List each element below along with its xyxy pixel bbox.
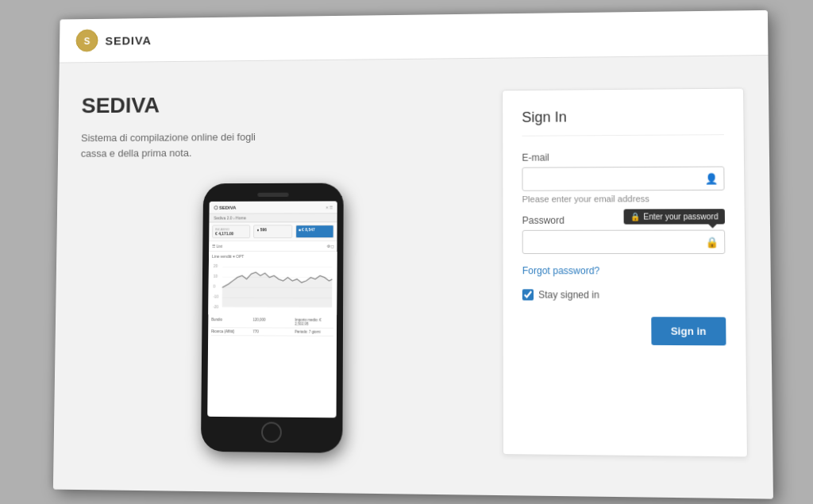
user-icon: 👤: [705, 172, 719, 184]
chart-svg: 20 10 0 -10 -20: [211, 260, 333, 311]
chart-control-options: ⚙ ◻: [326, 244, 333, 248]
app-description: Sistema di compilazione online dei fogli…: [81, 129, 282, 160]
screen-table: Bundio 120,000 Importo medio: € 2,502.95…: [208, 314, 337, 338]
email-group: E-mail 👤 Please enter your email address: [522, 151, 724, 203]
password-input[interactable]: [522, 229, 726, 253]
stat-box-count: ● 596: [253, 225, 292, 238]
header: S SEDIVA: [60, 10, 769, 63]
chart-title: Line venditi ▾ OPT: [212, 253, 334, 258]
main-content: SEDIVA Sistema di compilazione online de…: [53, 56, 773, 499]
svg-text:-20: -20: [213, 303, 218, 308]
screen-header: ⬡ SEDIVA ✕ ☰: [210, 201, 337, 214]
signin-panel: Sign In E-mail 👤 Please enter your email…: [502, 87, 748, 457]
chart-control-list: ☰ List: [212, 244, 222, 248]
chart-area: Line venditi ▾ OPT 20 10 0 -10 -20: [208, 252, 337, 315]
svg-text:10: 10: [214, 273, 218, 278]
sediva-logo-icon: S: [75, 28, 99, 52]
stat-box-incasso: INCASSO € 4,171.00: [212, 225, 250, 238]
stay-signed-label: Stay signed in: [538, 289, 599, 300]
email-input[interactable]: [522, 166, 724, 190]
logo-container: S SEDIVA: [75, 27, 152, 52]
phone-mockup: ⬡ SEDIVA ✕ ☰ Sediva 2.0 › Home INCASSO €…: [201, 183, 344, 452]
stay-signed-row: Stay signed in: [522, 289, 726, 301]
email-label: E-mail: [522, 151, 724, 163]
lock-icon-input: 🔒: [705, 236, 719, 248]
logo-text: SEDIVA: [105, 33, 152, 46]
phone-speaker: [257, 192, 288, 196]
svg-text:20: 20: [214, 263, 218, 267]
email-input-wrapper: 👤: [522, 166, 724, 190]
stay-signed-checkbox[interactable]: [522, 289, 534, 300]
page-wrapper: S SEDIVA SEDIVA Sistema di compilazione …: [53, 10, 773, 498]
svg-text:S: S: [84, 36, 91, 47]
svg-text:-10: -10: [213, 293, 218, 298]
email-hint: Please enter your email address: [522, 193, 725, 203]
signin-button-row: Sign in: [522, 316, 726, 345]
password-tooltip: 🔒 Enter your password: [624, 209, 725, 224]
forgot-password-link[interactable]: Forgot password?: [522, 265, 726, 276]
phone-wrapper: ⬡ SEDIVA ✕ ☰ Sediva 2.0 › Home INCASSO €…: [77, 182, 471, 454]
password-input-wrapper: 🔒 Enter your password 🔒: [522, 229, 726, 253]
phone-home-button: [261, 421, 282, 442]
app-title: SEDIVA: [81, 90, 470, 117]
password-group: Password 🔒 Enter your password 🔒: [522, 214, 726, 254]
screen-stats: INCASSO € 4,171.00 ● 596 ■ € 8,547: [209, 222, 337, 241]
svg-marker-11: [222, 271, 333, 306]
screen-logo: ⬡ SEDIVA: [214, 204, 236, 210]
signin-title: Sign In: [522, 107, 724, 136]
svg-text:0: 0: [213, 283, 215, 287]
phone-screen: ⬡ SEDIVA ✕ ☰ Sediva 2.0 › Home INCASSO €…: [207, 201, 337, 417]
table-row-2: Ricerca (Affitti) 770 Periodo: 7 giorni: [211, 328, 333, 337]
stat-box-total: ■ € 8,547: [295, 225, 334, 238]
screen-nav: Sediva 2.0 › Home: [209, 214, 337, 222]
left-section: SEDIVA Sistema di compilazione online de…: [77, 90, 487, 454]
signin-button[interactable]: Sign in: [651, 317, 726, 345]
table-row-1: Bundio 120,000 Importo medio: € 2,502.95: [211, 316, 333, 329]
lock-icon: 🔒: [630, 212, 640, 221]
